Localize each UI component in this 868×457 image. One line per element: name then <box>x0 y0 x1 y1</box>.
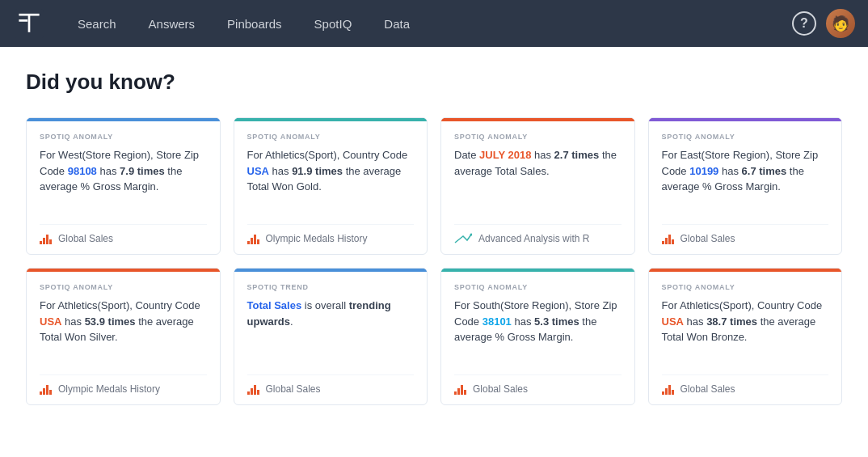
card-source: Global Sales <box>247 374 415 395</box>
source-label: Advanced Analysis with R <box>478 233 589 244</box>
card-6[interactable]: SPOTIQ TRENDTotal Sales is overall trend… <box>234 268 428 405</box>
card-3[interactable]: SPOTIQ ANOMALYDate JULY 2018 has 2.7 tim… <box>440 117 635 255</box>
card-label: SPOTIQ ANOMALY <box>454 133 622 141</box>
card-2[interactable]: SPOTIQ ANOMALYFor Athletics(Sport), Coun… <box>234 117 428 255</box>
nav-pinboards[interactable]: Pinboards <box>211 0 298 47</box>
card-label: SPOTIQ TREND <box>247 283 415 291</box>
card-label: SPOTIQ ANOMALY <box>662 133 829 141</box>
card-label: SPOTIQ ANOMALY <box>247 133 415 141</box>
bar-chart-icon <box>247 233 259 244</box>
nav-data[interactable]: Data <box>368 0 426 47</box>
card-7[interactable]: SPOTIQ ANOMALYFor South(Store Region), S… <box>440 268 635 405</box>
cards-grid: SPOTIQ ANOMALYFor West(Store Region), St… <box>26 117 842 405</box>
source-label: Global Sales <box>58 233 113 244</box>
card-text: For Athletics(Sport), Country Code USA h… <box>40 298 207 365</box>
bar-chart-icon <box>247 383 259 395</box>
card-text: For West(Store Region), Store Zip Code 9… <box>40 147 207 214</box>
card-source: Advanced Analysis with R <box>454 224 622 244</box>
help-button[interactable]: ? <box>792 11 816 36</box>
card-source: Global Sales <box>454 374 622 395</box>
card-8[interactable]: SPOTIQ ANOMALYFor Athletics(Sport), Coun… <box>648 268 843 405</box>
card-label: SPOTIQ ANOMALY <box>40 283 207 291</box>
card-text: For Athletics(Sport), Country Code USA h… <box>247 147 415 214</box>
bar-chart-icon <box>662 233 674 244</box>
card-1[interactable]: SPOTIQ ANOMALYFor West(Store Region), St… <box>26 117 221 255</box>
source-label: Global Sales <box>473 383 528 395</box>
bar-chart-icon <box>40 383 52 395</box>
card-label: SPOTIQ ANOMALY <box>662 283 829 291</box>
bar-chart-icon <box>454 383 466 395</box>
navbar: Search Answers Pinboards SpotIQ Data ? 🧑 <box>0 0 868 47</box>
card-label: SPOTIQ ANOMALY <box>40 133 207 141</box>
card-text: Total Sales is overall trending upwards. <box>247 298 415 365</box>
card-source: Olympic Medals History <box>247 224 415 244</box>
line-chart-icon <box>454 233 472 244</box>
source-label: Olympic Medals History <box>58 383 160 395</box>
bar-chart-icon <box>662 383 674 395</box>
card-text: For Athletics(Sport), Country Code USA h… <box>662 298 829 365</box>
nav-right: ? 🧑 <box>792 9 855 38</box>
card-4[interactable]: SPOTIQ ANOMALYFor East(Store Region), St… <box>648 117 843 255</box>
card-text: Date JULY 2018 has 2.7 times the average… <box>454 147 622 214</box>
logo[interactable] <box>13 7 45 40</box>
source-label: Olympic Medals History <box>266 233 368 244</box>
nav-spotiq[interactable]: SpotIQ <box>298 0 369 47</box>
bar-chart-icon <box>40 233 52 244</box>
source-label: Global Sales <box>266 383 321 395</box>
nav-answers[interactable]: Answers <box>133 0 212 47</box>
card-source: Global Sales <box>662 224 829 244</box>
source-label: Global Sales <box>680 233 735 244</box>
card-text: For South(Store Region), Store Zip Code … <box>454 298 622 365</box>
nav-items: Search Answers Pinboards SpotIQ Data <box>61 0 792 47</box>
page-title: Did you know? <box>26 70 842 95</box>
card-text: For East(Store Region), Store Zip Code 1… <box>662 147 829 214</box>
source-label: Global Sales <box>680 383 735 395</box>
card-5[interactable]: SPOTIQ ANOMALYFor Athletics(Sport), Coun… <box>26 268 221 405</box>
main-content: Did you know? SPOTIQ ANOMALYFor West(Sto… <box>0 47 868 457</box>
nav-search[interactable]: Search <box>61 0 133 47</box>
card-source: Global Sales <box>40 224 207 244</box>
card-label: SPOTIQ ANOMALY <box>454 283 622 291</box>
card-source: Global Sales <box>662 374 829 395</box>
card-source: Olympic Medals History <box>40 374 207 395</box>
avatar[interactable]: 🧑 <box>826 9 855 38</box>
